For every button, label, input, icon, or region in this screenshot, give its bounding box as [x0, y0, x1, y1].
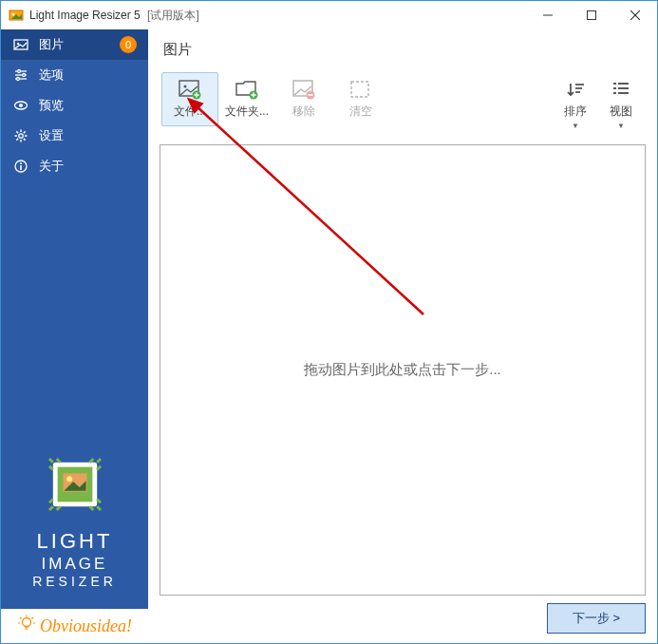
chevron-down-icon: ▼ — [617, 122, 625, 130]
sidebar-item-settings[interactable]: 设置 — [1, 121, 148, 151]
next-button[interactable]: 下一步 > — [547, 603, 646, 634]
eye-icon — [12, 97, 29, 114]
view-icon — [608, 79, 634, 100]
sidebar-item-about[interactable]: 关于 — [1, 151, 148, 181]
page-title: 图片 — [160, 29, 646, 68]
svg-line-24 — [24, 131, 26, 133]
svg-point-34 — [23, 617, 31, 626]
logo-icon — [47, 457, 103, 512]
sidebar-item-label: 预览 — [39, 97, 137, 114]
app-icon — [9, 8, 24, 23]
svg-line-25 — [16, 139, 18, 141]
svg-point-32 — [66, 477, 72, 483]
view-button[interactable]: 视图 ▼ — [598, 72, 644, 137]
minimize-button[interactable] — [526, 1, 570, 29]
app-logo: LIGHT IMAGE RESIZER — [1, 447, 148, 609]
clear-icon — [348, 79, 374, 100]
svg-point-8 — [17, 43, 19, 45]
svg-point-12 — [23, 74, 26, 77]
maximize-button[interactable] — [570, 1, 613, 29]
image-count-badge: 0 — [120, 36, 137, 53]
svg-point-16 — [19, 104, 23, 107]
svg-line-22 — [16, 131, 18, 133]
drop-zone[interactable]: 拖动图片到此处或点击下一步... — [160, 144, 646, 596]
svg-point-14 — [17, 78, 20, 81]
titlebar: Light Image Resizer 5 [试用版本] — [1, 1, 657, 29]
svg-point-1 — [12, 13, 15, 16]
sidebar-item-label: 图片 — [39, 36, 120, 53]
image-icon — [12, 36, 29, 53]
sliders-icon — [12, 66, 29, 84]
svg-rect-53 — [351, 82, 368, 97]
add-folder-button[interactable]: 文件夹... — [218, 72, 275, 126]
svg-line-38 — [20, 617, 22, 619]
close-button[interactable] — [613, 1, 657, 29]
svg-line-39 — [32, 617, 34, 619]
bulb-icon — [17, 615, 36, 638]
sort-button[interactable]: 排序 ▼ — [553, 72, 598, 137]
toolbar: 文件... 文件夹... 移除 清空 排 — [160, 68, 646, 144]
sidebar-item-label: 选项 — [39, 66, 137, 84]
main-panel: 图片 文件... 文件夹... 移除 清空 — [148, 29, 657, 643]
svg-point-17 — [19, 134, 23, 138]
file-add-icon — [177, 79, 203, 100]
drop-hint-text: 拖动图片到此处或点击下一步... — [304, 361, 501, 379]
svg-line-23 — [24, 139, 26, 141]
gear-icon — [12, 127, 29, 144]
sort-icon — [562, 79, 589, 100]
svg-point-43 — [184, 85, 187, 88]
app-title: Light Image Resizer 5 [试用版本] — [29, 8, 526, 24]
svg-point-27 — [20, 162, 22, 164]
info-icon — [12, 158, 29, 175]
sidebar-item-images[interactable]: 图片 0 — [1, 29, 148, 60]
clear-button[interactable]: 清空 — [332, 72, 389, 126]
sidebar-item-preview[interactable]: 预览 — [1, 90, 148, 121]
image-remove-icon — [291, 79, 317, 100]
remove-button[interactable]: 移除 — [275, 72, 332, 126]
sidebar-item-label: 关于 — [39, 158, 137, 175]
folder-add-icon — [234, 79, 260, 100]
sidebar-item-options[interactable]: 选项 — [1, 60, 148, 90]
chevron-down-icon: ▼ — [572, 122, 579, 130]
sidebar-item-label: 设置 — [39, 127, 137, 144]
sidebar: 图片 0 选项 预览 设置 关于 — [1, 29, 148, 643]
svg-rect-4 — [588, 11, 596, 20]
add-file-button[interactable]: 文件... — [161, 72, 218, 126]
obviousidea-link[interactable]: Obviousidea! — [1, 609, 148, 643]
svg-point-10 — [18, 70, 21, 73]
